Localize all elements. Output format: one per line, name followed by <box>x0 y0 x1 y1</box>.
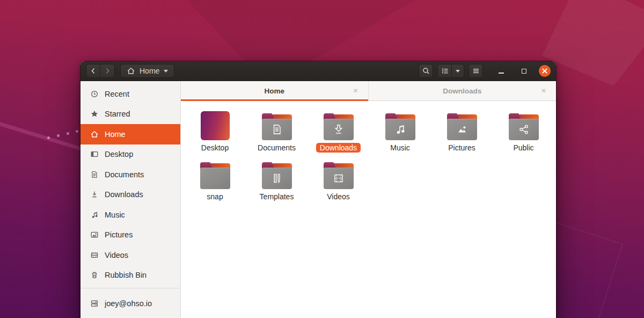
home-icon <box>127 67 135 75</box>
minimize-button[interactable] <box>495 64 508 77</box>
menu-button[interactable] <box>469 64 483 78</box>
wallpaper-dot <box>76 130 78 133</box>
clock-icon <box>90 90 99 98</box>
wallpaper-dot <box>67 132 69 135</box>
back-button[interactable] <box>86 64 100 78</box>
file-label: Pictures <box>444 143 479 153</box>
sidebar-item-label: Starred <box>105 110 130 118</box>
picture-glyph-icon <box>455 122 469 136</box>
star-icon <box>90 110 99 118</box>
view-options-group <box>437 64 464 78</box>
file-label: Videos <box>323 192 354 201</box>
file-item-public[interactable]: Public <box>493 109 554 153</box>
sidebar-item-recent[interactable]: Recent <box>80 84 180 104</box>
desktop-wallpaper-thumbnail-icon <box>201 111 230 140</box>
close-icon <box>542 68 547 74</box>
sidebar-item-label: Desktop <box>105 150 133 158</box>
folder-public-icon <box>509 113 539 140</box>
tab-close-icon[interactable]: ✕ <box>541 87 546 95</box>
sidebar-item-label: Music <box>105 211 125 219</box>
folder-plain-icon <box>200 162 230 189</box>
window-body: Recent Starred Home Desktop Documents <box>80 81 556 318</box>
ubuntu-desktop: Home <box>0 0 644 318</box>
document-icon <box>90 170 99 179</box>
sidebar-item-home[interactable]: Home <box>80 124 180 144</box>
folder-music-icon <box>385 113 415 140</box>
search-button[interactable] <box>419 64 433 78</box>
desktop-icon <box>90 150 99 158</box>
film-icon <box>90 251 99 259</box>
sidebar: Recent Starred Home Desktop Documents <box>80 81 181 318</box>
file-item-documents[interactable]: Documents <box>246 109 308 153</box>
file-label: snap <box>203 192 226 201</box>
sidebar-item-rubbish-bin[interactable]: Rubbish Bin <box>80 265 180 286</box>
caret-down-icon <box>456 70 460 73</box>
hamburger-menu-icon <box>472 67 480 75</box>
sidebar-item-pictures[interactable]: Pictures <box>80 225 180 245</box>
sidebar-item-downloads[interactable]: Downloads <box>80 185 180 205</box>
tab-bar: Home ✕ Downloads ✕ <box>181 81 556 101</box>
chevron-right-icon <box>103 67 112 75</box>
tab-home[interactable]: Home ✕ <box>181 81 369 100</box>
list-view-button[interactable] <box>437 64 452 78</box>
sidebar-item-desktop[interactable]: Desktop <box>80 144 180 165</box>
maximize-icon <box>522 69 526 74</box>
tab-label: Downloads <box>443 87 481 95</box>
wallpaper-polygon <box>542 0 644 86</box>
folder-templates-icon <box>262 162 292 189</box>
sidebar-item-starred[interactable]: Starred <box>80 104 180 125</box>
home-icon <box>90 130 99 139</box>
sidebar-item-label: Videos <box>105 251 128 259</box>
music-note-glyph-icon <box>393 122 407 136</box>
sidebar-item-label: joey@ohso.io <box>105 299 152 308</box>
document-glyph-icon <box>270 122 284 136</box>
path-label: Home <box>140 67 159 75</box>
minimize-icon <box>499 73 504 74</box>
history-nav-group <box>86 64 115 78</box>
view-options-dropdown[interactable] <box>452 64 464 78</box>
titlebar[interactable]: Home <box>80 61 556 81</box>
ruler-pencil-glyph-icon <box>270 171 284 185</box>
download-arrow-icon <box>90 190 99 199</box>
file-item-videos[interactable]: Videos <box>308 158 369 201</box>
file-item-music[interactable]: Music <box>369 109 431 153</box>
sidebar-item-documents[interactable]: Documents <box>80 164 180 185</box>
file-item-downloads[interactable]: Downloads <box>308 109 369 153</box>
list-view-icon <box>441 67 449 75</box>
caret-down-icon <box>164 70 168 73</box>
tab-downloads[interactable]: Downloads ✕ <box>369 81 557 100</box>
file-label-selected: Downloads <box>316 143 361 153</box>
file-item-snap[interactable]: snap <box>184 158 246 201</box>
folder-pictures-icon <box>447 113 477 140</box>
forward-button[interactable] <box>100 64 115 78</box>
main-pane: Home ✕ Downloads ✕ Desktop <box>181 81 556 318</box>
file-label: Templates <box>256 192 298 201</box>
sidebar-item-remote-mount[interactable]: joey@ohso.io <box>80 291 180 315</box>
location-path-button[interactable]: Home <box>120 64 174 78</box>
tab-close-icon[interactable]: ✕ <box>353 87 358 95</box>
folder-downloads-icon <box>324 113 354 140</box>
files-window: Home <box>80 61 556 318</box>
tab-label: Home <box>264 87 284 95</box>
file-grid[interactable]: Desktop Documents <box>181 101 556 201</box>
file-item-pictures[interactable]: Pictures <box>431 109 493 153</box>
wallpaper-dot <box>47 136 50 139</box>
sidebar-item-label: Pictures <box>105 230 133 239</box>
sidebar-item-videos[interactable]: Videos <box>80 245 180 265</box>
close-button[interactable] <box>539 65 551 77</box>
picture-icon <box>90 230 99 239</box>
file-label: Music <box>386 143 414 153</box>
maximize-button[interactable] <box>517 64 530 77</box>
file-item-templates[interactable]: Templates <box>246 158 308 201</box>
search-icon <box>422 67 430 75</box>
folder-videos-icon <box>324 162 354 189</box>
drive-stack-icon <box>90 299 99 308</box>
sidebar-item-label: Home <box>105 130 126 139</box>
sidebar-item-music[interactable]: Music <box>80 205 180 225</box>
wallpaper-dot <box>57 134 60 137</box>
file-item-desktop[interactable]: Desktop <box>184 109 246 153</box>
sidebar-item-label: Downloads <box>105 190 143 199</box>
music-note-icon <box>90 211 99 219</box>
sidebar-item-label: Rubbish Bin <box>105 271 147 279</box>
file-label: Desktop <box>197 143 232 153</box>
